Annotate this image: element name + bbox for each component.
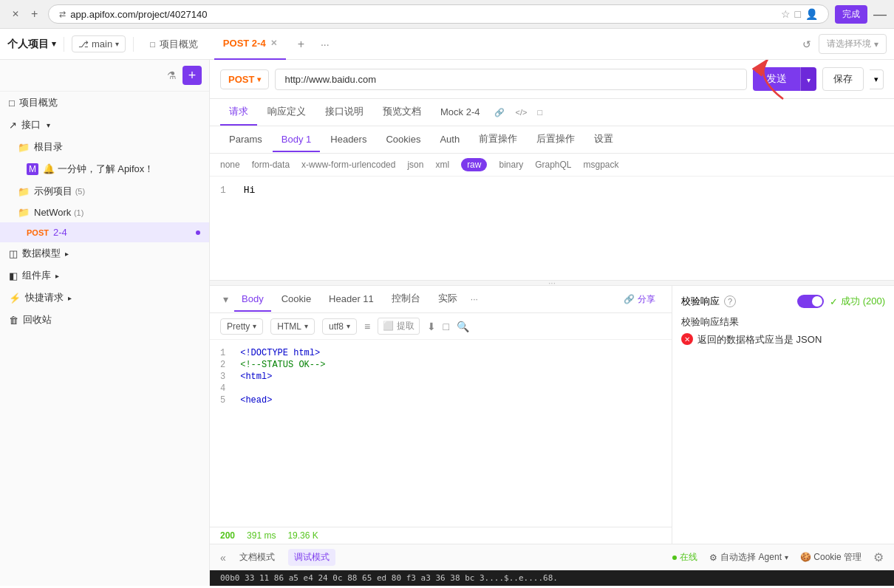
tab-overview[interactable]: □ 项目概览 <box>141 29 207 60</box>
sidebar-item-data-model[interactable]: ◫ 数据模型 ▸ <box>0 242 209 264</box>
doc-mode-button[interactable]: 文档模式 <box>233 549 281 566</box>
agent-selector[interactable]: ⚙ 自动选择 Agent ▾ <box>709 551 788 564</box>
extensions-icon[interactable]: □ <box>795 8 801 20</box>
tab-post[interactable]: POST 2-4 ✕ <box>214 29 286 60</box>
tab-add-button[interactable]: + <box>293 38 309 51</box>
html-selector[interactable]: HTML ▾ <box>270 318 315 335</box>
address-bar[interactable]: ⇄ app.apifox.com/project/4027140 ☆ □ 👤 <box>48 4 829 24</box>
refresh-icon[interactable]: ↺ <box>802 38 811 50</box>
type-form-data[interactable]: form-data <box>252 160 290 170</box>
sidebar-item-trash[interactable]: 🗑 回收站 <box>0 309 209 331</box>
bottom-bar-right: 在线 ⚙ 自动选择 Agent ▾ 🍪 Cookie 管理 ⚙ <box>672 550 884 564</box>
tab-pre-action[interactable]: 前置操作 <box>470 126 526 153</box>
sidebar-item-quick-request[interactable]: ⚡ 快捷请求 ▸ <box>0 287 209 309</box>
tab-preview[interactable]: 预览文档 <box>374 99 430 126</box>
resp-tab-actual[interactable]: 实际 <box>431 286 465 312</box>
filter-icon[interactable]: ⚗ <box>167 69 177 81</box>
settings-icon[interactable]: ⚙ <box>873 550 884 564</box>
agent-label: 自动选择 Agent <box>720 551 782 564</box>
tab-api-docs[interactable]: 接口说明 <box>316 99 372 126</box>
sidebar-item-overview[interactable]: □ 项目概览 <box>0 92 209 114</box>
type-msgpack[interactable]: msgpack <box>584 160 619 170</box>
add-button[interactable]: + <box>182 66 202 85</box>
post24-label: 2-4 <box>53 227 67 238</box>
send-dropdown-button[interactable]: ▾ <box>800 67 816 91</box>
overview-icon: □ <box>9 98 15 109</box>
project-name[interactable]: 个人项目 ▾ <box>7 38 56 51</box>
hex-bar: 00b0 33 11 86 a5 e4 24 0c 88 65 ed 80 f3… <box>210 570 894 586</box>
validate-label-group: 校验响应 ? <box>681 295 736 308</box>
copy-icon[interactable]: □ <box>533 102 547 123</box>
resp-tab-cookie[interactable]: Cookie <box>274 287 318 312</box>
drag-handle[interactable]: ··· <box>210 280 894 286</box>
download-icon[interactable]: ⬇ <box>427 321 436 332</box>
validate-toggle[interactable] <box>797 295 824 308</box>
code-editor[interactable]: 1 Hi <box>210 177 894 280</box>
env-selector[interactable]: 请选择环境 ▾ <box>819 34 887 54</box>
nav-left-arrow[interactable]: « <box>220 552 226 564</box>
link-icon[interactable]: 🔗 <box>490 102 509 123</box>
resp-tab-more[interactable]: ··· <box>468 288 481 310</box>
sidebar-item-component[interactable]: ◧ 组件库 ▸ <box>0 264 209 287</box>
copy-icon[interactable]: □ <box>443 321 449 332</box>
resp-tab-console[interactable]: 控制台 <box>384 286 428 312</box>
cookie-manager[interactable]: 🍪 Cookie 管理 <box>800 551 861 564</box>
type-graphql[interactable]: GraphQL <box>535 160 571 170</box>
minimize-icon[interactable]: — <box>873 7 887 22</box>
tab-cookies[interactable]: Cookies <box>377 128 429 152</box>
type-urlencoded[interactable]: x-www-form-urlencoded <box>301 160 395 170</box>
tab-close-icon[interactable]: ✕ <box>270 38 277 48</box>
response-content[interactable]: 1 <!DOCTYPE html> 2 <!--STATUS OK--> 3 <… <box>210 340 672 527</box>
tab-auth[interactable]: Auth <box>431 128 468 152</box>
search-icon[interactable]: 🔍 <box>457 321 469 332</box>
sidebar-item-root[interactable]: 📁 根目录 <box>0 136 209 158</box>
encoding-selector[interactable]: utf8 ▾ <box>322 318 357 335</box>
toolbar-divider2 <box>133 37 134 52</box>
validate-panel: 校验响应 ? ✓ 成功 (200) <box>672 286 894 544</box>
type-json[interactable]: json <box>407 160 423 170</box>
sidebar-item-post24[interactable]: POST 2-4 <box>0 222 209 242</box>
tab-body[interactable]: Body 1 <box>273 128 320 152</box>
send-button[interactable]: 发送 <box>753 67 800 91</box>
type-binary[interactable]: binary <box>499 160 523 170</box>
resp-tab-body[interactable]: Body <box>234 287 271 312</box>
extract-button[interactable]: ⬜ 提取 <box>378 318 419 335</box>
sidebar-item-api[interactable]: ↗ 接口 ▾ <box>0 114 209 136</box>
tab-post-action[interactable]: 后置操作 <box>528 126 584 153</box>
type-raw[interactable]: raw <box>461 158 487 171</box>
save-dropdown-button[interactable]: ▾ <box>870 69 884 89</box>
data-model-icon: ◫ <box>9 248 18 259</box>
pretty-selector[interactable]: Pretty ▾ <box>220 318 263 335</box>
method-arrow: ▾ <box>257 75 261 83</box>
tab-add[interactable]: + <box>27 6 42 22</box>
sidebar-item-apifox-intro[interactable]: M 🔔 一分钟，了解 Apifox！ <box>0 158 209 180</box>
profile-icon[interactable]: 👤 <box>805 8 818 20</box>
tab-mock[interactable]: Mock 2-4 <box>431 100 488 125</box>
tab-headers[interactable]: Headers <box>321 128 375 152</box>
validate-help[interactable]: ? <box>724 295 736 307</box>
bookmark-icon[interactable]: ☆ <box>781 8 791 20</box>
debug-mode-button[interactable]: 调试模式 <box>288 549 335 566</box>
type-none[interactable]: none <box>220 160 240 170</box>
collapse-icon[interactable]: ▾ <box>220 287 231 311</box>
send-group: 发送 ▾ <box>753 67 816 91</box>
type-xml[interactable]: xml <box>435 160 449 170</box>
share-button[interactable]: 🔗 分享 <box>618 290 661 309</box>
tab-settings[interactable]: 设置 <box>585 126 622 153</box>
sidebar-item-examples[interactable]: 📁 示例项目 (5) <box>0 180 209 202</box>
sidebar-item-network[interactable]: 📁 NetWork (1) <box>0 202 209 222</box>
tab-params[interactable]: Params <box>220 128 271 152</box>
tab-close[interactable]: ✕ <box>7 7 24 21</box>
wrap-icon[interactable]: ≡ <box>364 321 370 332</box>
branch-selector[interactable]: ⎇ main ▾ <box>72 35 126 52</box>
save-button[interactable]: 保存 <box>822 67 864 91</box>
complete-button[interactable]: 完成 <box>835 5 867 24</box>
tab-more-button[interactable]: ··· <box>316 38 334 50</box>
validate-result-label: 校验响应结果 <box>681 315 885 329</box>
tab-request[interactable]: 请求 <box>220 99 257 126</box>
resp-tab-header[interactable]: Header 11 <box>321 287 381 312</box>
code-icon[interactable]: </> <box>511 102 531 123</box>
tab-response-def[interactable]: 响应定义 <box>259 99 315 126</box>
method-selector[interactable]: POST ▾ <box>220 69 269 89</box>
url-input[interactable] <box>275 69 747 90</box>
